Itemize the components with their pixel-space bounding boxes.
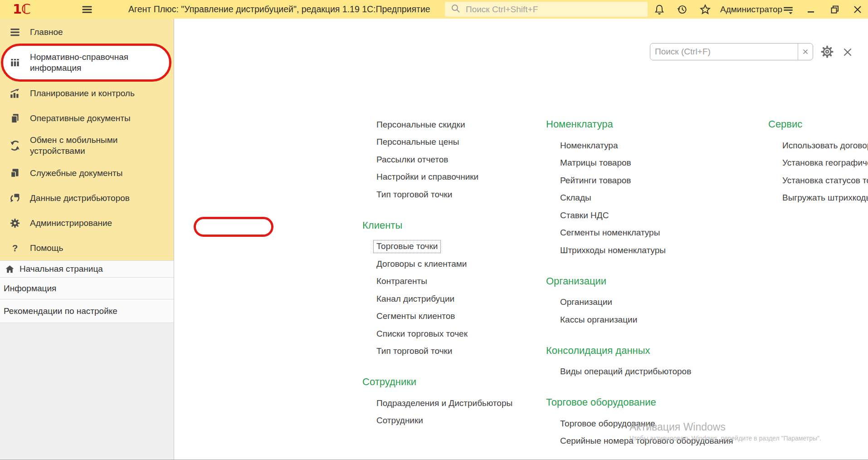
function-search-input[interactable] — [650, 44, 798, 60]
nav-link[interactable]: Сегменты клиентов — [362, 308, 546, 325]
nav-link[interactable]: Сегменты номенклатуры — [546, 224, 764, 242]
nav-link-label: Кассы организации — [560, 315, 637, 325]
section-header: Организации — [546, 271, 764, 292]
nav-link[interactable]: Матрицы товаров — [546, 154, 764, 172]
nav-link[interactable]: Рейтинги товаров — [546, 171, 764, 189]
distributor-data-icon — [9, 192, 21, 204]
nav-link-label: Персональные цены — [376, 137, 459, 147]
bar-chart-icon — [9, 88, 21, 99]
nav-link[interactable]: Сотрудники — [362, 412, 546, 430]
sidebar-item-operational-documents[interactable]: Оперативные документы — [0, 106, 174, 131]
sidebar-item-planning-control[interactable]: Планирование и контроль — [0, 81, 174, 106]
columns-icon — [9, 57, 21, 69]
nav-link[interactable]: Организации — [546, 294, 764, 311]
nav-link[interactable]: Использовать договор родительской торгов… — [768, 137, 868, 154]
sidebar-item-service-documents[interactable]: Служебные документы — [0, 161, 174, 186]
nav-link[interactable]: Штрихкоды номенклатуры — [546, 241, 764, 259]
nav-link[interactable]: Номенклатура — [546, 137, 764, 154]
history-icon[interactable] — [676, 3, 688, 16]
documents-icon — [9, 113, 21, 124]
sidebar-item-label: Главное — [30, 27, 63, 38]
nav-link-label: Сегменты номенклатуры — [560, 228, 660, 238]
sidebar-item-help[interactable]: ?Помощь — [0, 235, 174, 260]
global-search[interactable] — [445, 2, 648, 17]
function-column-3: СервисИспользовать договор родительской … — [768, 114, 868, 206]
open-windows-bar: Начальная страницаИнформацияРекомендации… — [0, 260, 174, 323]
sidebar-item-label: Администрирование — [30, 218, 112, 229]
sidebar-item-mobile-exchange[interactable]: Обмен с мобильными устройствами — [0, 131, 174, 161]
notifications-bell-icon[interactable] — [653, 3, 666, 16]
sidebar-item-reference-info[interactable]: Нормативно-справочная информация — [3, 44, 171, 81]
nav-link-label: Номенклатура — [560, 141, 618, 151]
gear-icon — [9, 217, 21, 229]
nav-link-label: Ставки НДС — [560, 210, 609, 220]
close-panel-icon[interactable] — [840, 44, 855, 60]
nav-link[interactable]: Контрагенты — [362, 273, 546, 290]
list-icon — [9, 26, 21, 38]
sync-icon — [9, 140, 21, 152]
nav-link-label: Канал дистрибуции — [376, 294, 454, 304]
nav-link[interactable]: Ставки НДС — [546, 206, 764, 224]
sidebar-tab-setup-recommendations[interactable]: Рекомендации по настройке — [0, 299, 174, 323]
clear-search-icon[interactable] — [798, 44, 813, 60]
nav-link[interactable]: Тип торговой точки — [362, 186, 546, 203]
nav-link[interactable]: Канал дистрибуции — [362, 290, 546, 308]
sidebar-tab-label: Информация — [4, 284, 56, 294]
nav-link-label: Использовать договор родительской торгов… — [782, 141, 868, 151]
nav-link[interactable]: Настройки и справочники — [362, 168, 546, 186]
nav-link-label: Подразделения и Дистрибьюторы — [376, 398, 512, 408]
nav-link[interactable]: Договоры с клиентами — [362, 255, 546, 273]
question-icon: ? — [9, 242, 21, 254]
section-header: Сервис — [768, 114, 868, 135]
sidebar-item-label: Помощь — [30, 243, 63, 254]
function-group: ОрганизацииОрганизацииКассы организации — [546, 271, 764, 328]
sidebar-item-label: Обмен с мобильными устройствами — [30, 135, 143, 157]
nav-link[interactable]: Склады — [546, 189, 764, 207]
function-column-1: Персональные скидкиПерсональные ценыРасс… — [362, 114, 546, 429]
windows-activation-watermark: Активация Windows — [629, 421, 726, 433]
sidebar-item-label: Планирование и контроль — [30, 88, 135, 99]
function-group: СотрудникиПодразделения и ДистрибьюторыС… — [362, 372, 546, 429]
current-user-label[interactable]: Администратор — [720, 0, 782, 19]
sidebar-item-label: Служебные документы — [30, 168, 122, 179]
sidebar-item-main[interactable]: Главное — [0, 20, 174, 44]
nav-link[interactable]: Торговые точки — [362, 238, 546, 255]
nav-link[interactable]: Подразделения и Дистрибьюторы — [362, 394, 546, 412]
nav-link-label: Тип торговой точки — [376, 190, 452, 200]
favorites-star-icon[interactable] — [699, 3, 712, 16]
nav-link[interactable]: Рассылки отчетов — [362, 151, 546, 168]
home-icon — [5, 264, 16, 275]
nav-link[interactable]: Установка географических регионов — [768, 154, 868, 172]
sidebar-tab-home-page[interactable]: Начальная страница — [0, 260, 174, 278]
nav-link[interactable]: Установка статусов торговых точек — [768, 171, 868, 189]
settings-gear-icon[interactable] — [819, 44, 835, 59]
sidebar-filler — [0, 323, 174, 460]
main-menu-icon[interactable] — [81, 3, 93, 16]
close-window-button[interactable] — [851, 3, 864, 16]
nav-link[interactable]: Персональные скидки — [362, 116, 546, 133]
sidebar-item-administration[interactable]: Администрирование — [0, 210, 174, 235]
minimize-button[interactable] — [805, 3, 818, 16]
function-group: КлиентыТорговые точкиДоговоры с клиентам… — [362, 215, 546, 360]
function-group: Консолидация данныхВиды операций дистриб… — [546, 340, 764, 381]
sidebar-tab-information[interactable]: Информация — [0, 278, 174, 299]
search-icon — [450, 3, 461, 16]
nav-link[interactable]: Тип торговой точки — [362, 343, 546, 360]
restore-window-button[interactable] — [829, 3, 841, 16]
nav-link-label: Установка статусов торговых точек — [782, 176, 868, 186]
global-search-input[interactable] — [465, 4, 648, 15]
nav-link[interactable]: Списки торговых точек — [362, 325, 546, 343]
sidebar-item-distributor-data[interactable]: Данные дистрибьюторов — [0, 186, 174, 210]
function-search[interactable] — [650, 43, 813, 60]
nav-link-label: Торговые точки — [374, 240, 440, 253]
section-panel: ГлавноеНормативно-справочная информацияП… — [0, 19, 174, 460]
nav-link[interactable]: Виды операций дистрибьюторов — [546, 363, 764, 381]
user-menu-icon[interactable] — [782, 3, 795, 16]
windows-activation-watermark-subtext: Чтобы активировать Windows, перейдите в … — [629, 435, 821, 442]
sidebar-item-label: Данные дистрибьюторов — [30, 193, 130, 204]
nav-link-label: Организации — [560, 297, 612, 307]
nav-link[interactable]: Кассы организации — [546, 311, 764, 328]
section-header: Номенклатура — [546, 114, 764, 135]
nav-link[interactable]: Выгружать штрихкоды номенклатуры — [768, 189, 868, 207]
nav-link[interactable]: Персональные цены — [362, 133, 546, 151]
